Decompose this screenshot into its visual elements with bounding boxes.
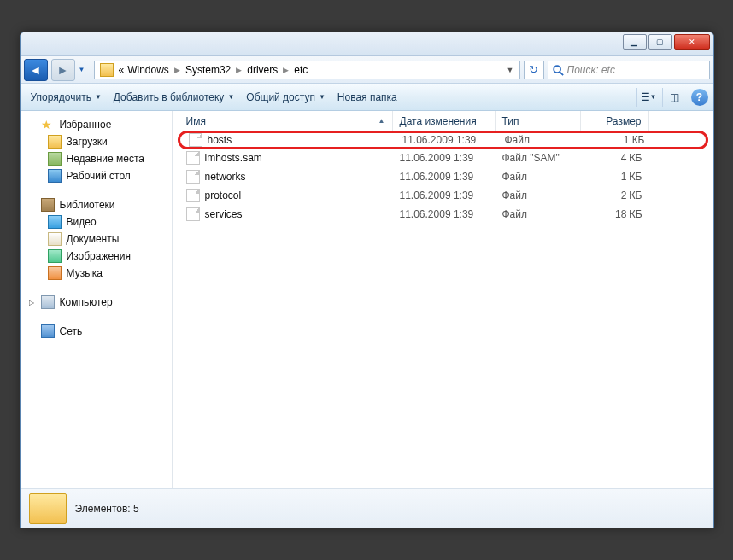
file-row[interactable]: networks11.06.2009 1:39Файл1 КБ [173,167,713,186]
folder-icon [29,493,67,524]
file-type: Файл [496,208,581,220]
titlebar: ▁ ▢ ✕ [21,32,713,56]
search-icon [552,64,564,76]
file-row[interactable]: lmhosts.sam11.06.2009 1:39Файл "SAM"4 КБ [173,149,713,167]
sidebar-item-desktop[interactable]: Рабочий стол [21,167,172,184]
chevron-down-icon: ▼ [319,93,325,101]
file-size: 1 КБ [583,134,652,146]
breadcrumb-lead: « [117,64,126,76]
file-icon [189,133,202,147]
file-date: 11.06.2009 1:39 [393,208,496,220]
organize-button[interactable]: Упорядочить ▼ [26,90,107,105]
sidebar-libraries: Библиотеки Видео Документы Изображения М… [21,196,172,282]
file-type: Файл [498,134,583,146]
svg-line-1 [560,72,563,75]
forward-button[interactable]: ► [51,59,75,81]
status-text: Элементов: 5 [75,503,139,515]
statusbar: Элементов: 5 [21,488,713,528]
newfolder-button[interactable]: Новая папка [332,90,402,105]
favorites-header[interactable]: ★ Избранное [21,116,172,133]
file-size: 1 КБ [581,171,649,183]
chevron-down-icon: ▼ [650,93,657,101]
video-icon [48,215,62,229]
pictures-icon [48,249,62,263]
file-name: services [205,208,243,220]
address-bar[interactable]: « Windows ▶ System32 ▶ drivers ▶ etc ▼ [94,61,520,79]
close-button[interactable]: ✕ [674,34,710,50]
column-headers: Имя ▲ Дата изменения Тип Размер [173,111,713,131]
star-icon: ★ [41,118,55,131]
breadcrumb-part[interactable]: Windows [126,64,171,76]
help-button[interactable]: ? [691,89,708,106]
folder-icon [100,63,114,77]
downloads-icon [48,135,62,149]
file-size: 4 КБ [581,152,649,164]
file-type: Файл "SAM" [496,152,581,164]
col-size[interactable]: Размер [581,111,649,131]
libadd-button[interactable]: Добавить в библиотеку ▼ [108,90,239,105]
libraries-icon [41,198,55,212]
file-pane: Имя ▲ Дата изменения Тип Размер hosts11.… [173,111,713,488]
refresh-button[interactable]: ↻ [524,61,544,79]
network-header[interactable]: Сеть [21,323,172,340]
file-icon [186,207,200,221]
chevron-down-icon: ▼ [227,93,234,101]
body: ★ Избранное Загрузки Недавние места Рабо… [21,111,713,488]
col-type[interactable]: Тип [496,111,581,131]
computer-header[interactable]: ▷ Компьютер [21,294,172,311]
breadcrumb-part[interactable]: etc [292,64,309,76]
file-list[interactable]: hosts11.06.2009 1:39Файл1 КБlmhosts.sam1… [173,131,713,488]
history-dropdown[interactable]: ▼ [79,66,91,73]
file-type: Файл [496,190,581,201]
file-icon [186,170,200,184]
share-button[interactable]: Общий доступ ▼ [241,90,331,105]
sidebar-item-downloads[interactable]: Загрузки [21,133,172,150]
chevron-right-icon[interactable]: ▶ [174,66,180,74]
chevron-right-icon[interactable]: ▶ [283,66,289,74]
documents-icon [48,232,62,246]
sidebar-item-video[interactable]: Видео [21,213,172,230]
file-name: protocol [205,190,242,201]
caret-right-icon: ▷ [29,299,36,306]
file-row[interactable]: services11.06.2009 1:39Файл18 КБ [173,205,713,224]
recent-icon [48,152,62,166]
sidebar-network: Сеть [21,323,172,340]
search-placeholder: Поиск: etc [567,64,615,76]
sidebar-item-documents[interactable]: Документы [21,230,172,248]
maximize-button[interactable]: ▢ [648,34,672,50]
preview-pane-button[interactable]: ◫ [662,88,686,107]
file-type: Файл [496,171,581,183]
sidebar-item-recent[interactable]: Недавние места [21,150,172,167]
breadcrumb-part[interactable]: System32 [184,64,232,76]
libraries-header[interactable]: Библиотеки [21,196,172,213]
col-name[interactable]: Имя ▲ [179,111,393,131]
sidebar-item-pictures[interactable]: Изображения [21,248,172,265]
file-name: networks [205,171,246,183]
svg-point-0 [554,66,560,73]
file-row[interactable]: hosts11.06.2009 1:39Файл1 КБ [178,131,708,149]
file-size: 2 КБ [581,190,649,201]
col-date[interactable]: Дата изменения [393,111,496,131]
file-name: lmhosts.sam [205,152,262,164]
file-date: 11.06.2009 1:39 [393,190,496,201]
sidebar-favorites: ★ Избранное Загрузки Недавние места Рабо… [21,116,172,184]
music-icon [48,266,62,280]
toolbar: Упорядочить ▼ Добавить в библиотеку ▼ Об… [21,84,713,111]
file-date: 11.06.2009 1:39 [393,171,496,183]
file-icon [186,189,200,202]
minimize-button[interactable]: ▁ [623,34,647,50]
sidebar-item-music[interactable]: Музыка [21,265,172,282]
view-button[interactable]: ☰ ▼ [636,88,660,107]
network-icon [41,324,55,338]
desktop-icon [48,169,62,183]
navbar: ◄ ► ▼ « Windows ▶ System32 ▶ drivers ▶ e… [21,56,713,84]
file-row[interactable]: protocol11.06.2009 1:39Файл2 КБ [173,186,713,205]
chevron-down-icon: ▼ [95,93,102,101]
search-input[interactable]: Поиск: etc [548,61,710,79]
address-dropdown[interactable]: ▼ [503,66,518,74]
sidebar: ★ Избранное Загрузки Недавние места Рабо… [21,111,173,488]
sidebar-computer: ▷ Компьютер [21,294,172,311]
chevron-right-icon[interactable]: ▶ [236,66,242,74]
breadcrumb-part[interactable]: drivers [245,64,279,76]
back-button[interactable]: ◄ [24,59,48,81]
